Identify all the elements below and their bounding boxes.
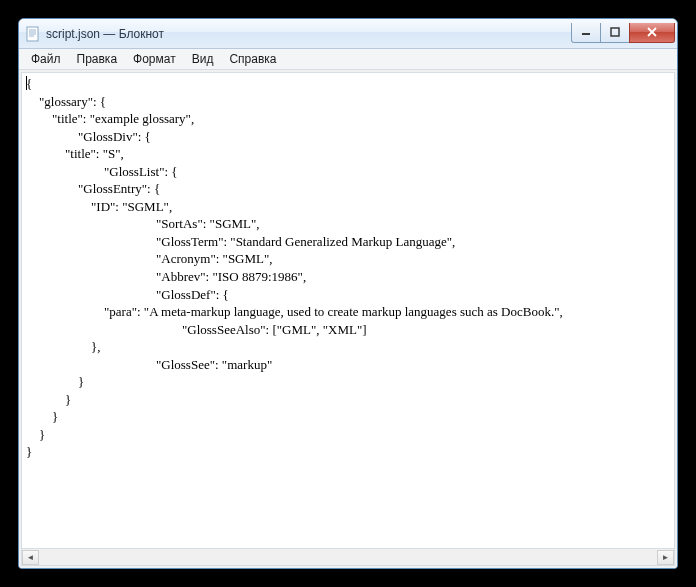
menu-view[interactable]: Вид [184,50,222,68]
window: script.json — Блокнот Файл Правка Формат… [18,18,678,569]
scroll-right-icon[interactable]: ► [657,550,674,565]
horizontal-scrollbar[interactable]: ◄ ► [21,549,675,566]
text-cursor [26,76,27,90]
window-controls [572,23,675,43]
svg-rect-6 [611,28,619,36]
menu-help[interactable]: Справка [221,50,284,68]
menu-format[interactable]: Формат [125,50,184,68]
editor-wrap: { "glossary": { "title": "example glossa… [19,70,677,568]
notepad-icon [25,26,41,42]
menu-edit[interactable]: Правка [69,50,126,68]
menu-file[interactable]: Файл [23,50,69,68]
scroll-left-icon[interactable]: ◄ [22,550,39,565]
maximize-button[interactable] [600,23,630,43]
svg-rect-5 [582,33,590,35]
text-editor[interactable]: { "glossary": { "title": "example glossa… [21,72,675,549]
titlebar[interactable]: script.json — Блокнот [19,19,677,49]
minimize-button[interactable] [571,23,601,43]
window-title: script.json — Блокнот [46,27,572,41]
close-button[interactable] [629,23,675,43]
menubar: Файл Правка Формат Вид Справка [19,49,677,70]
